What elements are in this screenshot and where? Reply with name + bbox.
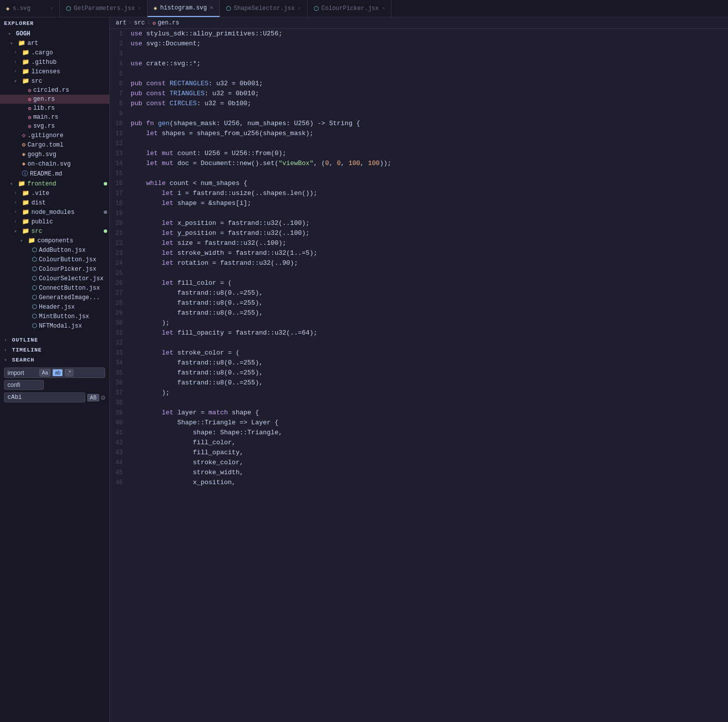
tree-item-dist[interactable]: › 📁 dist — [0, 198, 109, 207]
tab-close-icon[interactable]: × — [298, 5, 301, 11]
tab-colourpicker[interactable]: ⬡ ColourPicker.jsx × — [308, 0, 392, 17]
line-content: let fill_opacity = fastrand::u32(..=64); — [131, 328, 728, 338]
line-number: 14 — [110, 159, 131, 169]
line-content — [131, 49, 728, 59]
tree-item-label: .vite — [31, 190, 49, 197]
tree-item-cargo-toml[interactable]: ⚙ Cargo.toml — [0, 140, 109, 150]
rust-file-icon: ⚙ — [28, 114, 31, 121]
code-line: 45 stroke_width, — [110, 468, 728, 478]
tree-item-label: MintButton.jsx — [39, 313, 89, 320]
tree-item-mintbutton[interactable]: ⬡ MintButton.jsx — [0, 312, 109, 321]
tree-item-frontend[interactable]: ▾ 📁 frontend — [0, 179, 109, 188]
tree-item-label: licenses — [31, 68, 60, 75]
code-line: 13 let mut count: U256 = U256::from(0); — [110, 149, 728, 159]
tree-item-gitignore[interactable]: ◇ .gitignore — [0, 131, 109, 140]
jsx-icon: ⬡ — [32, 265, 37, 273]
jsx-icon: ⬡ — [32, 322, 37, 330]
replace-case-button[interactable]: AB — [87, 394, 99, 401]
tree-item-connectbutton[interactable]: ⬡ ConnectButton.jsx — [0, 283, 109, 293]
line-content: pub const RECTANGLES: u32 = 0b001; — [131, 79, 728, 89]
tree-item-readme[interactable]: ⓘ README.md — [0, 169, 109, 179]
code-line: 44 stroke_color, — [110, 458, 728, 468]
tab-close-icon[interactable]: × — [210, 5, 213, 11]
tree-item-nftmodal[interactable]: ⬡ NFTModal.jsx — [0, 321, 109, 331]
line-number: 16 — [110, 179, 131, 188]
tab-shapeselector[interactable]: ⬡ ShapeSelector.jsx × — [220, 0, 308, 17]
tree-item-gen-rs[interactable]: ⚙ gen.rs — [0, 95, 109, 104]
line-number: 11 — [110, 129, 131, 139]
search-area: Aa ab .* cAbi AB ⚙ — [0, 364, 109, 406]
timeline-section[interactable]: › TIMELINE — [0, 345, 109, 355]
code-line: 33 let stroke_color = ( — [110, 348, 728, 358]
tree-item-gogh-svg[interactable]: ◈ gogh.svg — [0, 150, 109, 159]
tree-item-label: node_modules — [31, 209, 74, 216]
chevron-right-icon: › — [14, 200, 20, 205]
line-content: ); — [131, 388, 728, 398]
chevron-down-icon: ▾ — [10, 40, 16, 46]
tree-item-github[interactable]: › 📁 .github — [0, 57, 109, 67]
tree-item-label: src — [31, 78, 42, 85]
tab-close-icon[interactable]: × — [382, 5, 385, 11]
breadcrumb: art › src › ⚙ gen.rs — [110, 17, 728, 29]
tree-item-public[interactable]: › 📁 public — [0, 217, 109, 226]
tab-getparameters[interactable]: ⬡ GetParameters.jsx × — [60, 0, 148, 17]
tree-item-art[interactable]: ▾ 📁 art — [0, 38, 109, 48]
tree-item-label: GOGH — [16, 30, 30, 37]
tree-item-header[interactable]: ⬡ Header.jsx — [0, 302, 109, 312]
jsx-icon: ⬡ — [32, 284, 37, 292]
line-content: shape: Shape::Triangle, — [131, 428, 728, 438]
tree-item-vite[interactable]: › 📁 .vite — [0, 188, 109, 198]
search-query-second[interactable] — [4, 380, 44, 390]
tree-item-components[interactable]: ▾ 📁 components — [0, 236, 109, 245]
tree-item-frontend-src[interactable]: ▾ 📁 src — [0, 226, 109, 236]
code-line: 17 let i = fastrand::usize(..shapes.len(… — [110, 188, 728, 198]
tree-item-src[interactable]: ▾ 📁 src — [0, 76, 109, 86]
breadcrumb-src[interactable]: src — [134, 19, 145, 26]
tree-item-lib-rs[interactable]: ⚙ lib.rs — [0, 104, 109, 113]
tree-item-gogh[interactable]: ▾ GOGH — [0, 29, 109, 38]
tree-item-generatedimage[interactable]: ⬡ GeneratedImage... — [0, 293, 109, 302]
chevron-right-icon: › — [14, 219, 20, 224]
line-content: let i = fastrand::usize(..shapes.len()); — [131, 188, 728, 198]
code-line: 28 fastrand::u8(0..=255), — [110, 298, 728, 308]
breadcrumb-art[interactable]: art — [116, 19, 127, 26]
tree-item-label: frontend — [27, 180, 56, 187]
tree-item-cargo[interactable]: › 📁 .cargo — [0, 48, 109, 57]
tree-item-label: svg.rs — [33, 123, 55, 130]
regex-button[interactable]: .* — [65, 369, 73, 376]
tree-item-svg-rs[interactable]: ⚙ svg.rs — [0, 122, 109, 131]
tree-item-licenses[interactable]: › 📁 licenses — [0, 67, 109, 76]
chevron-right-icon: › — [4, 338, 10, 343]
tree-item-circled-rs[interactable]: ⚙ circled.rs — [0, 86, 109, 95]
editor-area[interactable]: 1 use stylus_sdk::alloy_primitives::U256… — [110, 29, 728, 722]
search-section[interactable]: ▾ SEARCH — [0, 355, 109, 364]
tab-close-icon[interactable]: × — [50, 5, 53, 11]
explorer-header: EXPLORER — [0, 17, 109, 29]
folder-icon: 📁 — [28, 237, 35, 244]
chevron-down-icon: ▾ — [20, 238, 26, 244]
line-content: fastrand::u8(0..=255), — [131, 378, 728, 388]
tab-s-svg[interactable]: ◈ s.svg × — [0, 0, 60, 17]
search-input[interactable] — [7, 369, 37, 376]
tree-item-colourselector[interactable]: ⬡ ColourSelector.jsx — [0, 274, 109, 283]
tree-item-addbutton[interactable]: ⬡ AddButton.jsx — [0, 245, 109, 255]
breadcrumb-file[interactable]: gen.rs — [158, 19, 179, 26]
code-line: 43 fill_opacity, — [110, 448, 728, 458]
tree-item-node-modules[interactable]: › 📁 node_modules — [0, 207, 109, 217]
case-sensitive-button[interactable]: Aa — [39, 369, 50, 376]
tree-item-colourpicker-jsx[interactable]: ⬡ ColourPicker.jsx — [0, 264, 109, 274]
search-result-input: cAbi — [4, 392, 85, 402]
tree-item-onchain-svg[interactable]: ◈ on-chain.svg — [0, 159, 109, 169]
search-settings-icon[interactable]: ⚙ — [101, 393, 105, 402]
tab-label: ColourPicker.jsx — [322, 5, 379, 12]
line-number: 1 — [110, 29, 131, 39]
tab-close-icon[interactable]: × — [138, 5, 141, 11]
whole-word-button[interactable]: ab — [52, 369, 63, 376]
tree-item-label: README.md — [30, 171, 62, 178]
tree-item-colourbutton[interactable]: ⬡ ColourButton.jsx — [0, 255, 109, 264]
line-content: stroke_width, — [131, 468, 728, 478]
outline-section[interactable]: › OUTLINE — [0, 335, 109, 345]
tree-item-main-rs[interactable]: ⚙ main.rs — [0, 113, 109, 122]
tab-histogram-svg[interactable]: ◈ histogram.svg × — [148, 0, 219, 17]
tab-label: ShapeSelector.jsx — [234, 5, 295, 12]
